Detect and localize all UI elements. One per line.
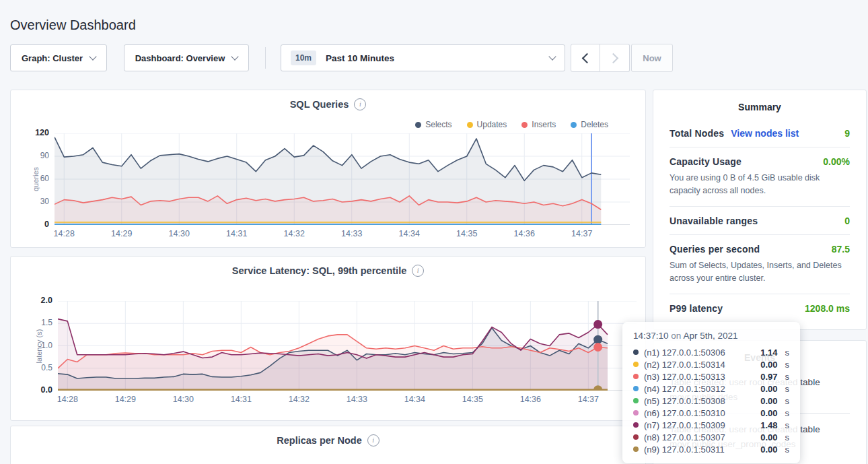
- x-axis-tick: 14:37: [572, 395, 604, 404]
- total-nodes-value: 9: [844, 128, 850, 139]
- y-axis-tick: 30: [20, 197, 49, 206]
- legend-item: Inserts: [521, 120, 556, 129]
- capacity-usage-label: Capacity Usage: [670, 156, 742, 167]
- y-axis-tick: 0.0: [23, 385, 52, 395]
- chart-hover-tooltip: 14:37:10 on Apr 5th, 2021 (n1) 127.0.0.1…: [622, 322, 800, 463]
- node-color-dot-icon: [633, 446, 639, 452]
- summary-row-p99: P99 latency 1208.0 ms: [670, 294, 850, 322]
- sql-queries-legend: SelectsUpdatesInsertsDeletes: [415, 120, 608, 129]
- tooltip-node-row: (n9) 127.0.0.1:503110.00s: [633, 443, 789, 455]
- tooltip-node-row: (n7) 127.0.0.1:503091.48s: [633, 419, 789, 431]
- info-icon[interactable]: i: [412, 265, 424, 277]
- capacity-usage-description: You are using 0 B of 4.5 GiB usable disk…: [670, 172, 850, 198]
- legend-item: Selects: [415, 120, 451, 129]
- time-range-label: Past 10 Minutes: [326, 53, 542, 63]
- legend-item: Updates: [467, 120, 507, 129]
- x-axis-tick: 14:35: [451, 229, 483, 238]
- x-axis-tick: 14:34: [393, 229, 425, 238]
- now-button-label: Now: [643, 53, 661, 63]
- y-axis-tick: 1.5: [23, 318, 52, 327]
- toolbar-divider: [265, 47, 266, 69]
- summary-row-capacity: Capacity Usage 0.00% You are using 0 B o…: [670, 147, 850, 207]
- node-color-dot-icon: [633, 362, 639, 367]
- sql-queries-plot[interactable]: queries 14:2814:2914:3014:3114:3214:3314…: [55, 133, 630, 225]
- summary-row-qps: Queries per second 87.5 Sum of Selects, …: [670, 235, 850, 294]
- node-color-dot-icon: [633, 434, 639, 440]
- info-icon[interactable]: i: [354, 98, 366, 110]
- tooltip-timestamp: 14:37:10 on Apr 5th, 2021: [633, 331, 789, 341]
- chevron-right-icon: [608, 53, 619, 63]
- total-nodes-label: Total Nodes: [670, 128, 724, 139]
- time-next-button[interactable]: [600, 44, 630, 72]
- chevron-left-icon: [581, 53, 592, 63]
- summary-title: Summary: [653, 90, 866, 112]
- x-axis-tick: 14:31: [221, 229, 253, 238]
- x-axis-tick: 14:37: [566, 229, 598, 238]
- y-axis-tick: 90: [20, 151, 49, 160]
- tooltip-node-row: (n3) 127.0.0.1:503130.97s: [633, 370, 789, 383]
- y-axis-tick: 60: [20, 174, 49, 183]
- now-button[interactable]: Now: [631, 44, 673, 72]
- x-axis-tick: 14:33: [336, 229, 368, 238]
- p99-latency-value: 1208.0 ms: [805, 303, 850, 314]
- service-latency-title: Service Latency: SQL, 99th percentile: [232, 265, 407, 276]
- queries-per-second-value: 87.5: [832, 244, 850, 255]
- service-latency-panel: Service Latency: SQL, 99th percentile i …: [10, 256, 646, 421]
- dashboard-dropdown-label: Dashboard: Overview: [135, 53, 225, 63]
- x-axis-tick: 14:30: [167, 395, 199, 404]
- p99-latency-label: P99 latency: [670, 303, 723, 314]
- capacity-usage-value: 0.00%: [823, 156, 850, 167]
- x-axis-tick: 14:33: [340, 395, 373, 404]
- time-range-picker[interactable]: 10m Past 10 Minutes: [281, 44, 565, 71]
- y-axis-tick: 2.0: [23, 296, 52, 305]
- tooltip-node-row: (n5) 127.0.0.1:503080.00s: [633, 395, 789, 407]
- y-axis-tick: 120: [20, 128, 49, 137]
- queries-per-second-label: Queries per second: [670, 244, 760, 255]
- legend-dot-icon: [415, 122, 421, 128]
- x-axis-tick: 14:36: [514, 395, 546, 404]
- node-color-dot-icon: [633, 398, 639, 403]
- x-axis-tick: 14:29: [109, 395, 141, 404]
- x-axis-tick: 14:36: [508, 229, 540, 238]
- graph-dropdown[interactable]: Graph: Cluster: [10, 44, 107, 71]
- tooltip-node-row: (n8) 127.0.0.1:503070.00s: [633, 431, 789, 443]
- graph-dropdown-label: Graph: Cluster: [22, 53, 83, 63]
- chevron-down-icon: [548, 53, 556, 60]
- node-color-dot-icon: [633, 350, 639, 355]
- y-axis-tick: 1.0: [23, 341, 52, 350]
- x-axis-tick: 14:32: [283, 395, 315, 404]
- tooltip-node-row: (n2) 127.0.0.1:503140.00s: [633, 358, 789, 370]
- x-axis-tick: 14:34: [398, 395, 431, 404]
- service-latency-plot[interactable]: latency (s) 14:2814:2914:3014:3114:3214:…: [58, 301, 637, 391]
- legend-item: Deletes: [571, 120, 608, 129]
- summary-row-total-nodes: Total Nodes View nodes list 9: [670, 119, 850, 147]
- tooltip-node-row: (n4) 127.0.0.1:503120.00s: [633, 383, 789, 395]
- node-color-dot-icon: [633, 422, 639, 428]
- unavailable-ranges-label: Unavailable ranges: [670, 216, 758, 226]
- node-color-dot-icon: [633, 374, 639, 379]
- x-axis-tick: 14:28: [48, 229, 80, 238]
- sql-queries-title: SQL Queries: [290, 99, 349, 110]
- unavailable-ranges-value: 0: [844, 216, 850, 226]
- view-nodes-list-link[interactable]: View nodes list: [731, 128, 799, 139]
- chevron-down-icon: [231, 53, 239, 60]
- legend-dot-icon: [521, 122, 528, 128]
- sql-queries-panel: SQL Queries i SelectsUpdatesInsertsDelet…: [10, 90, 646, 248]
- y-axis-tick: 0.5: [23, 363, 52, 372]
- replicas-per-node-title: Replicas per Node: [277, 435, 362, 446]
- tooltip-node-row: (n6) 127.0.0.1:503100.00s: [633, 407, 789, 419]
- node-color-dot-icon: [633, 410, 639, 416]
- legend-dot-icon: [467, 122, 473, 128]
- time-prev-button[interactable]: [571, 44, 600, 72]
- dashboard-dropdown[interactable]: Dashboard: Overview: [124, 44, 249, 71]
- node-color-dot-icon: [633, 386, 639, 391]
- legend-dot-icon: [571, 122, 577, 128]
- x-axis-tick: 14:30: [163, 229, 195, 238]
- queries-per-second-description: Sum of Selects, Updates, Inserts, and De…: [670, 259, 850, 286]
- summary-panel: Summary Total Nodes View nodes list 9 Ca…: [653, 90, 867, 330]
- x-axis-tick: 14:29: [106, 229, 138, 238]
- info-icon[interactable]: i: [367, 434, 379, 446]
- tooltip-node-row: (n1) 127.0.0.1:503061.14s: [633, 346, 789, 358]
- x-axis-tick: 14:28: [51, 395, 83, 404]
- x-axis-tick: 14:31: [225, 395, 257, 404]
